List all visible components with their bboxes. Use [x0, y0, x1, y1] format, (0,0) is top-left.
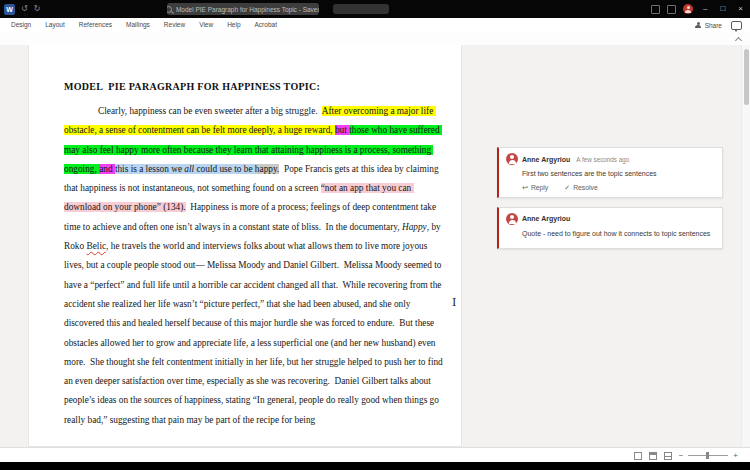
- text-segment: Happy: [402, 222, 427, 232]
- account-avatar[interactable]: [683, 4, 693, 14]
- text-segment: Clearly, happiness can be even sweeter a…: [98, 106, 322, 116]
- comment-text: First two sentences are the topic senten…: [522, 169, 715, 179]
- close-button[interactable]: ×: [735, 0, 746, 18]
- comments-pane: Anne Argyriou A few seconds ago First tw…: [497, 147, 723, 249]
- ribbon-tab[interactable]: Layout: [38, 18, 72, 32]
- zoom-out-icon[interactable]: −: [679, 451, 684, 460]
- zoom-slider-thumb[interactable]: [706, 452, 709, 459]
- zoom-in-icon[interactable]: +: [733, 451, 738, 460]
- resolve-button[interactable]: ✓ Resolve: [564, 184, 597, 192]
- text-segment: could use to be: [194, 164, 255, 174]
- search-icon: [167, 6, 172, 13]
- titlebar-widget[interactable]: [333, 4, 389, 14]
- reply-icon: ↩: [522, 184, 528, 192]
- comment-header: Anne Argyriou: [506, 213, 715, 225]
- text-segment: but: [335, 125, 349, 135]
- bottom-black-bar: [0, 462, 750, 470]
- titlebar-icon[interactable]: [667, 5, 676, 14]
- text-segment: , he travels the world and interviews fo…: [64, 241, 445, 425]
- status-bar: − +: [0, 447, 750, 463]
- ribbon-tab[interactable]: Review: [157, 18, 192, 32]
- document-heading[interactable]: MODEL PIE PARAGRAPH FOR HAPPINESS TOPIC:: [64, 81, 320, 92]
- quick-access-toolbar: ↺ ↻: [21, 0, 40, 18]
- read-mode-icon[interactable]: [634, 452, 642, 460]
- ribbon-tab[interactable]: Acrobat: [248, 18, 284, 32]
- comment-header: Anne Argyriou A few seconds ago: [506, 153, 715, 165]
- text-segment: happy.: [255, 164, 279, 174]
- comment-author: Anne Argyriou: [522, 215, 570, 222]
- document-title-text: Model PIE Paragraph for Happiness Topic …: [176, 6, 319, 13]
- comment-actions: ↩ Reply ✓ Resolve: [522, 184, 715, 192]
- text-segment: Belic: [86, 241, 106, 251]
- resolve-label: Resolve: [573, 184, 598, 191]
- avatar: [506, 153, 518, 165]
- word-window: W ↺ ↻ Model PIE Paragraph for Happiness …: [0, 0, 750, 470]
- vertical-scrollbar[interactable]: [741, 45, 750, 447]
- print-layout-icon[interactable]: [649, 452, 657, 460]
- comments-icon[interactable]: [731, 21, 742, 30]
- ribbon-tab[interactable]: Design: [4, 18, 38, 32]
- web-layout-icon[interactable]: [664, 452, 672, 460]
- ribbon-tab[interactable]: View: [192, 18, 220, 32]
- ribbon-strip: [0, 32, 750, 46]
- reply-button[interactable]: ↩ Reply: [522, 184, 548, 192]
- resolve-icon: ✓: [564, 184, 570, 192]
- ribbon-tab[interactable]: Help: [220, 18, 247, 32]
- document-page[interactable]: MODEL PIE PARAGRAPH FOR HAPPINESS TOPIC:…: [28, 45, 462, 447]
- comment-card[interactable]: Anne Argyriou Quote - need to figure out…: [497, 207, 723, 250]
- text-segment: this is a lesson we: [115, 164, 184, 174]
- comment-text: Quote - need to figure out how it connec…: [522, 229, 715, 239]
- redo-icon[interactable]: ↻: [34, 0, 41, 18]
- scrollbar-thumb[interactable]: [744, 49, 749, 105]
- titlebar-right: – □ ×: [651, 0, 746, 18]
- avatar: [506, 213, 518, 225]
- ribbon-right: Share: [695, 18, 742, 32]
- undo-icon[interactable]: ↺: [21, 0, 28, 18]
- minimize-button[interactable]: –: [700, 0, 710, 18]
- ribbon-tab[interactable]: References: [72, 18, 119, 32]
- text-segment: and: [99, 164, 115, 174]
- share-label: Share: [705, 22, 722, 29]
- body-paragraph[interactable]: Clearly, happiness can be even sweeter a…: [64, 102, 444, 430]
- titlebar-icon[interactable]: [651, 5, 660, 14]
- maximize-button[interactable]: □: [717, 0, 728, 18]
- text-cursor: I: [452, 296, 456, 309]
- word-app-icon: W: [4, 4, 15, 15]
- search-box[interactable]: Model PIE Paragraph for Happiness Topic …: [167, 3, 319, 15]
- ribbon-tab[interactable]: Mailings: [119, 18, 157, 32]
- ribbon-tabs: Design Layout References Mailings Review…: [4, 18, 284, 32]
- reply-label: Reply: [531, 184, 548, 191]
- comment-timestamp: A few seconds ago: [576, 156, 629, 163]
- comment-author: Anne Argyriou: [522, 156, 570, 163]
- zoom-slider[interactable]: [688, 455, 728, 456]
- share-button[interactable]: Share: [695, 22, 722, 29]
- ribbon-tab-bar: Design Layout References Mailings Review…: [0, 18, 750, 33]
- titlebar: W ↺ ↻ Model PIE Paragraph for Happiness …: [0, 0, 750, 18]
- zoom-controls: − +: [679, 451, 738, 460]
- collapse-ribbon-icon[interactable]: [735, 37, 742, 44]
- status-bar-right: − +: [634, 448, 738, 463]
- text-segment: all: [184, 164, 194, 174]
- comment-card[interactable]: Anne Argyriou A few seconds ago First tw…: [497, 147, 723, 198]
- share-icon: [695, 22, 702, 29]
